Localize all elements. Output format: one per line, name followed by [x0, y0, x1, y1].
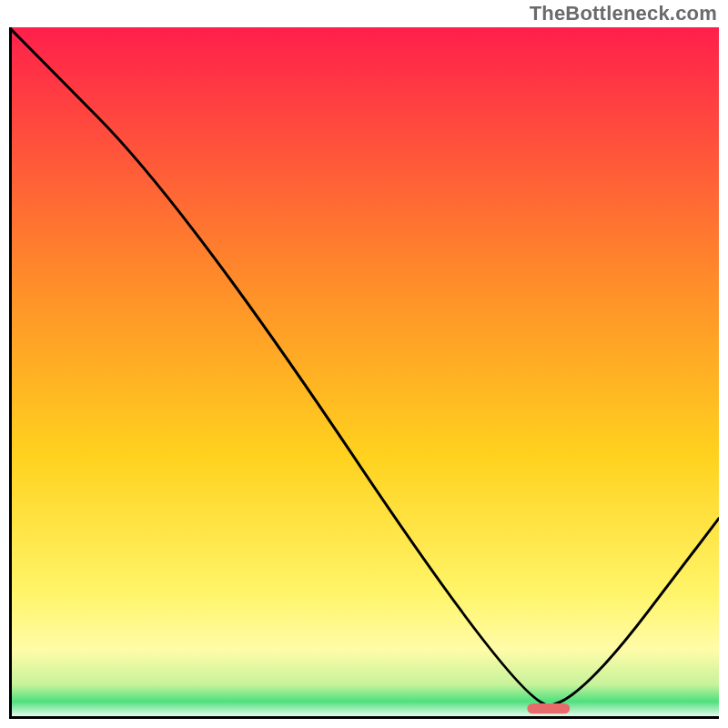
optimal-marker [527, 703, 570, 713]
chart-svg [9, 27, 719, 719]
bottleneck-chart [9, 27, 719, 719]
watermark-text: TheBottleneck.com [530, 2, 717, 25]
gradient-background [9, 27, 719, 719]
